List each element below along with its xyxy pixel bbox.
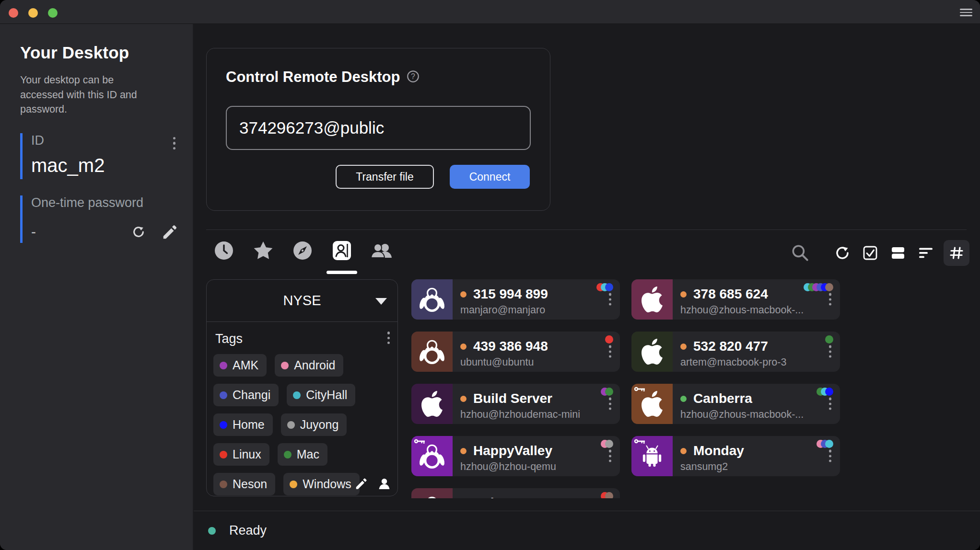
tag-chip[interactable]: CityHall <box>287 384 355 406</box>
tag-color-dot <box>284 451 292 458</box>
tag-chip[interactable]: Home <box>213 413 273 436</box>
device-subtitle: manjaro@manjaro <box>460 304 548 316</box>
device-card[interactable]: HappyValley hzhou@hzhou-qemu <box>411 436 620 476</box>
tag-chip[interactable]: AMK <box>213 354 267 377</box>
tag-chip[interactable]: Changi <box>213 384 279 406</box>
transfer-file-button[interactable]: Transfer file <box>336 165 434 189</box>
minimize-window-button[interactable] <box>28 8 38 18</box>
device-menu-icon[interactable] <box>606 448 615 465</box>
platform-icon-tile <box>411 384 453 424</box>
tag-label: Changi <box>233 388 270 402</box>
refresh-button[interactable] <box>832 243 852 263</box>
person-icon[interactable] <box>378 477 391 492</box>
tab-discovered[interactable] <box>292 240 314 274</box>
tag-color-dot <box>293 391 301 399</box>
compass-icon <box>292 240 314 262</box>
search-button[interactable] <box>790 243 810 263</box>
linux-penguin-icon <box>418 286 446 313</box>
platform-icon-tile <box>631 279 673 320</box>
device-subtitle: sansumg2 <box>680 461 744 473</box>
device-card[interactable]: Pol <box>411 488 620 498</box>
search-icon <box>790 243 810 263</box>
device-menu-icon[interactable] <box>826 291 835 308</box>
device-tag-dots <box>609 335 613 344</box>
tag-label: Home <box>233 418 265 432</box>
device-name: HappyValley <box>473 443 552 458</box>
tag-color-dot <box>220 362 227 369</box>
session-tabs <box>213 240 392 274</box>
device-menu-icon[interactable] <box>826 344 835 360</box>
status-bar: Ready <box>194 511 980 550</box>
tag-chip[interactable]: Neson <box>213 473 275 495</box>
close-window-button[interactable] <box>9 8 18 18</box>
apple-logo-icon <box>641 286 663 312</box>
edit-password-icon[interactable] <box>161 224 177 242</box>
tab-address-book[interactable] <box>331 240 353 274</box>
device-menu-icon[interactable] <box>826 448 835 465</box>
tag-chip[interactable]: Mac <box>278 443 327 466</box>
device-name: Canberra <box>693 391 752 406</box>
edit-tags-icon[interactable] <box>354 477 367 492</box>
device-card[interactable]: Canberra hzhou@zhous-macbook-... <box>631 384 840 424</box>
id-block: ID mac_m2 <box>20 133 175 179</box>
device-card[interactable]: 439 386 948 ubuntu@ubuntu <box>411 332 620 372</box>
sort-button[interactable] <box>916 243 936 263</box>
zoom-window-button[interactable] <box>48 8 58 18</box>
device-card[interactable]: 532 820 477 artem@macbook-pro-3 <box>631 332 840 372</box>
device-menu-icon[interactable] <box>606 344 615 360</box>
tag-label: Juyong <box>300 418 339 432</box>
device-name: 378 685 624 <box>693 286 768 302</box>
hamburger-menu-icon[interactable] <box>960 9 972 16</box>
tag-label: AMK <box>233 358 258 372</box>
tags-menu-icon[interactable] <box>385 330 393 346</box>
device-card[interactable]: 378 685 624 hzhou@zhous-macbook-... <box>631 279 840 320</box>
device-menu-icon[interactable] <box>606 396 615 412</box>
select-button[interactable] <box>860 243 880 263</box>
stacked-rows-icon <box>888 243 908 263</box>
tags-title: Tags <box>215 332 243 346</box>
tab-group[interactable] <box>370 240 392 274</box>
address-book-dropdown[interactable]: NYSE <box>207 280 397 322</box>
sidebar-description: Your desktop can be accessed with this I… <box>20 73 154 117</box>
remote-id-input[interactable] <box>226 106 531 150</box>
tab-favorites[interactable] <box>252 240 274 274</box>
connect-button[interactable]: Connect <box>450 165 530 189</box>
device-tag-dots <box>820 388 833 396</box>
help-icon[interactable]: ? <box>407 70 420 85</box>
tab-recent-sessions[interactable] <box>213 240 235 274</box>
device-subtitle: ubuntu@ubuntu <box>460 356 548 368</box>
online-status-dot <box>460 396 467 402</box>
otp-label: One-time password <box>31 195 175 210</box>
device-id-value[interactable]: mac_m2 <box>31 155 175 179</box>
key-icon <box>414 438 425 444</box>
tag-chip[interactable]: Android <box>275 354 343 377</box>
device-card[interactable]: Monday sansumg2 <box>631 436 840 476</box>
control-card-title: Control Remote Desktop <box>226 69 400 86</box>
hash-grid-icon <box>947 243 966 263</box>
device-card[interactable]: 315 994 899 manjaro@manjaro <box>411 279 620 320</box>
list-view-button[interactable] <box>888 243 908 263</box>
device-card[interactable]: Build Server hzhou@hzhoudemac-mini <box>411 384 620 424</box>
device-menu-icon[interactable] <box>826 396 835 412</box>
tag-chip[interactable]: Juyong <box>281 413 347 436</box>
tag-chip[interactable]: Linux <box>213 443 269 466</box>
tab-divider <box>206 229 967 230</box>
android-robot-icon <box>638 442 666 470</box>
device-tag-dots <box>807 283 833 291</box>
id-label: ID <box>31 133 175 148</box>
platform-icon-tile <box>631 436 673 476</box>
tag-chip[interactable]: Windows <box>283 473 359 495</box>
tag-color-dot <box>220 391 227 399</box>
device-name: Build Server <box>473 391 552 406</box>
device-tag-dots <box>820 440 833 448</box>
device-name: 439 386 948 <box>473 339 548 354</box>
refresh-password-icon[interactable] <box>130 224 147 242</box>
id-menu-icon[interactable] <box>170 135 179 152</box>
star-icon <box>252 240 274 262</box>
tag-color-dot <box>281 362 289 369</box>
key-icon <box>634 386 645 392</box>
device-menu-icon[interactable] <box>606 291 615 308</box>
tag-label: Android <box>294 358 335 372</box>
grid-view-button[interactable] <box>944 240 969 266</box>
connection-status-dot <box>208 527 216 535</box>
